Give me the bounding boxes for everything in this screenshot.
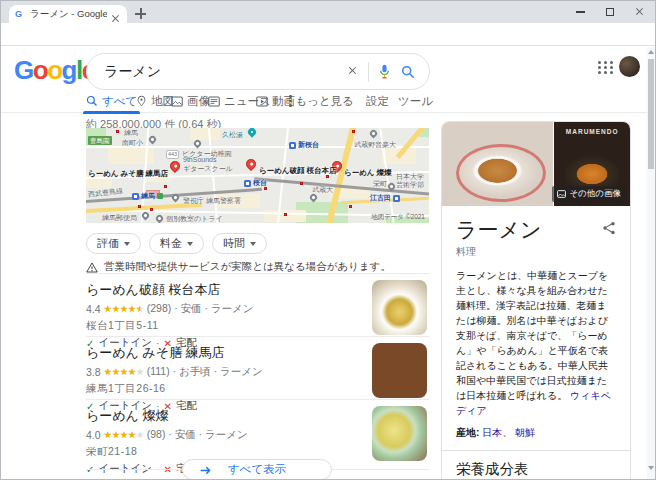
page-scrollbar[interactable] — [647, 47, 655, 480]
divider — [332, 469, 429, 470]
minimize-button[interactable] — [565, 1, 595, 23]
entity-description: ラーメンとは、中華麺とスープを主とし、様々な具を組み合わせた麺料理。漢字表記は拉… — [442, 259, 630, 418]
map-poi-dot — [138, 205, 141, 208]
map-label: 芸術学部 — [396, 181, 424, 189]
search-input[interactable]: ラーメン — [86, 53, 430, 90]
ramen-pin-hagan[interactable] — [244, 157, 258, 171]
map-label: 武蔵大 — [312, 186, 333, 194]
entity-title: ラーメン — [456, 216, 541, 244]
chevron-down-icon — [187, 242, 193, 246]
view-all-row: すべて表示 — [86, 459, 429, 480]
origin-korea-link[interactable]: 朝鮮 — [515, 427, 535, 438]
searchbox-divider — [368, 62, 369, 82]
map-station-label: 江古田 — [370, 193, 400, 203]
filter-chips: 評価 料金 時間 — [86, 233, 267, 254]
scroll-up-icon[interactable] — [648, 50, 654, 54]
origin-japan-link[interactable]: 日本 — [482, 427, 502, 438]
map-block — [190, 128, 220, 140]
map-poi-dot — [150, 208, 153, 211]
map-poi-dot — [300, 182, 303, 185]
filter-hours[interactable]: 時間 — [212, 233, 267, 254]
map-label-ramen-shop: らーめん みそ膳 練馬店 — [88, 170, 168, 178]
map-station-label: 桜台 — [244, 178, 267, 188]
tab-all[interactable]: すべて — [86, 92, 137, 110]
ramen-pin-misozen[interactable] — [168, 159, 182, 173]
tab-more[interactable]: もっと見る — [289, 92, 354, 110]
listing-sansan[interactable]: らーめん 燦燦 4.0 ★★★★★★★★★★ (98) · 安価 · ラーメン … — [86, 399, 429, 462]
map-label: 練馬郵便局 — [102, 214, 137, 222]
voice-search-icon[interactable] — [378, 64, 391, 79]
map-poi-dot — [116, 130, 119, 133]
knowledge-panel-images[interactable]: MARUMENDO その他の画像 — [442, 122, 630, 206]
tab-close-icon[interactable] — [111, 9, 121, 19]
local-listings: らーめん破顔 桜台本店 4.4 ★★★★★★★★★★ (298) · 安価 · … — [86, 273, 429, 462]
map-poi-dot — [349, 205, 352, 208]
filter-rating[interactable]: 評価 — [86, 233, 141, 254]
filter-price[interactable]: 料金 — [149, 233, 204, 254]
knowledge-panel: MARUMENDO その他の画像 ラーメン 料理 ラーメンとは、中華麺とスープを… — [441, 121, 631, 480]
image-icon — [557, 190, 566, 198]
google-apps-icon[interactable] — [598, 61, 614, 74]
rating-meta: (298) · 安価 · ラーメン — [147, 302, 254, 316]
rating-value: 3.8 — [86, 366, 101, 378]
bathhouse-pin-icon — [246, 128, 257, 138]
tab-maps[interactable]: 地図 — [136, 92, 174, 110]
map-label: 豊島園 — [88, 136, 112, 145]
star-rating-icon: ★★★★★★★★★★ — [104, 367, 144, 377]
local-results-map[interactable]: 豊島園 南町小 練馬 久松湯 443 ビクター幼稚園 新桜台 武蔵野音楽大 らー… — [86, 128, 429, 223]
arrow-right-icon — [199, 464, 212, 477]
search-submit-icon[interactable] — [401, 65, 415, 79]
school-pin-icon — [155, 214, 165, 223]
scroll-down-icon[interactable] — [648, 466, 654, 470]
origin-row: 産地: 日本、 朝鮮 — [442, 418, 630, 440]
browser-toolbar: google.com/search?q=ラーメン&oq=ラーメン&aqs=chr… — [1, 23, 655, 46]
rating-value: 4.0 — [86, 429, 101, 441]
scrollbar-thumb[interactable] — [648, 59, 654, 169]
account-avatar[interactable] — [619, 56, 640, 77]
ramen-photo-1[interactable] — [442, 122, 553, 206]
hours-disclaimer: 営業時間や提供サービスが実際とは異なる場合があります。 — [86, 260, 391, 274]
search-icon — [86, 95, 98, 107]
map-attribution: 地図データ ©2021 — [371, 213, 425, 221]
school-pin-icon — [309, 193, 319, 203]
view-all-button[interactable]: すべて表示 — [182, 459, 332, 480]
listing-misozen[interactable]: らーめん みそ膳 練馬店 3.8 ★★★★★★★★★★ (111) · お手頃 … — [86, 336, 429, 399]
warning-icon — [86, 262, 98, 273]
rating-value: 4.4 — [86, 303, 101, 315]
browser-tab[interactable]: G ラーメン - Google 検索 — [9, 5, 127, 23]
map-station-label: 新桜台 — [289, 140, 319, 150]
tools-link[interactable]: ツール — [398, 92, 433, 110]
video-icon — [256, 96, 268, 107]
browser-window: G ラーメン - Google 検索 google.com/search?q=ラ… — [0, 0, 656, 480]
new-tab-button[interactable] — [135, 8, 147, 20]
map-label: 栄町 — [373, 180, 387, 188]
google-logo[interactable]: Google — [14, 55, 95, 86]
share-icon[interactable] — [602, 221, 616, 235]
nutrition-title: 栄養成分表 — [442, 451, 630, 479]
school-pin-icon — [369, 129, 379, 139]
map-label: ギタースクール — [183, 165, 233, 173]
more-images-button[interactable]: その他の画像 — [552, 186, 626, 202]
photo-brand-text: MARUMENDO — [554, 128, 630, 135]
maximize-button[interactable] — [595, 1, 625, 23]
map-label-ramen-shop: らーめん破顔 桜台本店 — [259, 167, 337, 175]
map-label: 個別教室のトライ — [166, 215, 223, 223]
star-rating-icon: ★★★★★★★★★★ — [104, 430, 144, 440]
page-content: Google ラーメン すべて 地図 画像 — [1, 47, 649, 480]
listing-thumbnail[interactable] — [372, 280, 427, 335]
map-poi-dot — [326, 175, 329, 178]
map-label: 南町小 — [122, 139, 143, 147]
clear-search-icon[interactable] — [348, 66, 359, 77]
settings-link[interactable]: 設定 — [366, 92, 389, 110]
divider — [86, 469, 182, 470]
entity-subtitle: 料理 — [442, 244, 630, 259]
rating-meta: (111) · お手頃 · ラーメン — [147, 365, 263, 379]
map-label-ramen-shop: らーめん 燦燦 — [344, 169, 392, 177]
map-label: 武蔵野音楽大 — [354, 141, 396, 149]
listing-thumbnail[interactable] — [372, 406, 427, 461]
close-button[interactable] — [625, 1, 655, 23]
listing-hagan[interactable]: らーめん破顔 桜台本店 4.4 ★★★★★★★★★★ (298) · 安価 · … — [86, 273, 429, 336]
map-label: 9thSounds — [183, 156, 216, 164]
listing-thumbnail[interactable] — [372, 343, 427, 398]
tab-images[interactable]: 画像 — [171, 92, 210, 110]
